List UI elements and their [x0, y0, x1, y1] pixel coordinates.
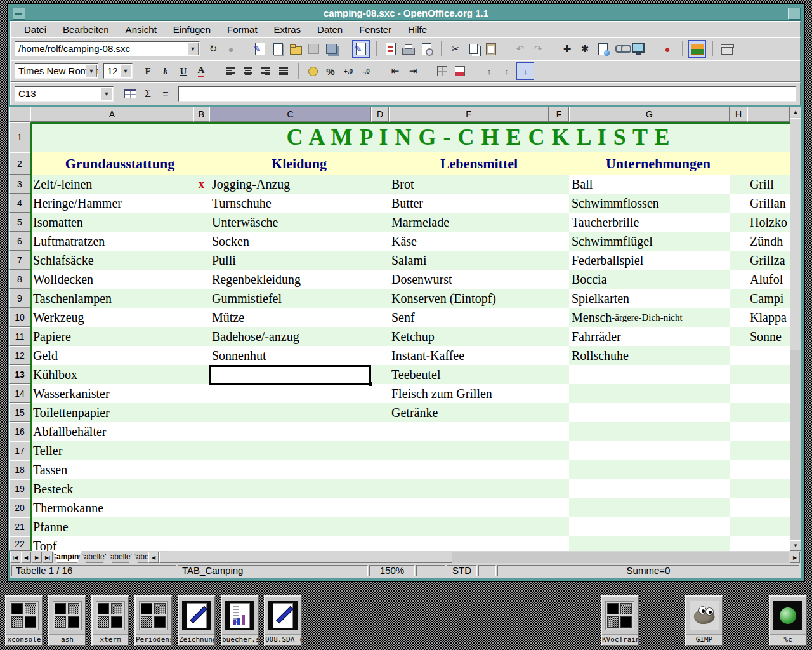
scroll-up-icon[interactable]: ▲ — [790, 107, 801, 117]
last-sheet-icon[interactable]: ▶| — [43, 552, 53, 563]
cell-A10[interactable]: Werkzeug — [30, 308, 193, 327]
cell-A6[interactable]: Luftmatratzen — [30, 232, 193, 251]
align-right-button[interactable] — [258, 63, 274, 79]
cell-E9[interactable]: Konserven (Eintopf) — [389, 289, 549, 308]
cell-D22[interactable] — [371, 536, 389, 551]
cell-F19[interactable] — [549, 479, 569, 498]
sheet-grid[interactable]: C A M P I N G - C H E C K L I S T EGrund… — [30, 122, 790, 551]
column-header-A[interactable]: A — [30, 107, 193, 122]
cell-F10[interactable] — [549, 308, 569, 327]
cell-C3[interactable]: Jogging-Anzug — [209, 175, 371, 194]
record-button[interactable]: ● — [659, 41, 676, 57]
menu-format[interactable]: Format — [219, 24, 266, 35]
cell-E17[interactable] — [389, 441, 549, 460]
cell-I21[interactable] — [747, 517, 790, 536]
vertical-scroll-thumb[interactable] — [790, 118, 801, 350]
cell-D14[interactable] — [371, 384, 389, 403]
desktop-icon-xconsole[interactable]: xconsole — [5, 595, 43, 646]
cell-G20[interactable] — [569, 498, 730, 517]
cell-D17[interactable] — [371, 441, 389, 460]
cell-B19[interactable] — [193, 479, 209, 498]
cell-I14[interactable] — [747, 384, 790, 403]
cell-E16[interactable] — [389, 422, 549, 441]
cell-H6[interactable] — [730, 232, 747, 251]
formula-input-line[interactable] — [178, 86, 796, 102]
cell-D15[interactable] — [371, 403, 389, 422]
cell-E22[interactable] — [389, 536, 549, 551]
cell-G8[interactable]: Boccia — [569, 270, 730, 289]
status-insert-mode[interactable]: STD — [447, 565, 477, 576]
cell-C14[interactable] — [209, 384, 371, 403]
cell-G13[interactable] — [569, 365, 730, 384]
cell-G18[interactable] — [569, 460, 730, 479]
cell-F16[interactable] — [549, 422, 569, 441]
stop-button[interactable]: ● — [223, 41, 239, 57]
cell-A21[interactable]: Pfanne — [30, 517, 193, 536]
column-header-G[interactable]: G — [569, 107, 730, 122]
cell-E10[interactable]: Senf — [389, 308, 549, 327]
cell-C20[interactable] — [209, 498, 371, 517]
cell-H18[interactable] — [730, 460, 747, 479]
align-left-button[interactable] — [222, 63, 239, 79]
cell-I10[interactable]: Klappa — [747, 308, 790, 327]
add-decimal-button[interactable]: +.0 — [340, 63, 357, 79]
cell-C16[interactable] — [209, 422, 371, 441]
cell-H21[interactable] — [730, 517, 747, 536]
cell-D12[interactable] — [371, 346, 389, 365]
cell-B9[interactable] — [193, 289, 209, 308]
column-header-H[interactable]: H — [730, 107, 747, 122]
cell-E5[interactable]: Marmelade — [389, 213, 549, 232]
cell-A22[interactable]: Topf — [30, 536, 193, 551]
row-header-14[interactable]: 14 — [9, 384, 30, 403]
cell-C18[interactable] — [209, 460, 371, 479]
cell-E4[interactable]: Butter — [389, 194, 549, 213]
cell-G15[interactable] — [569, 403, 730, 422]
cell-C5[interactable]: Unterwäsche — [209, 213, 371, 232]
menu-ansicht[interactable]: Ansicht — [117, 24, 165, 35]
scroll-down-icon[interactable]: ▼ — [790, 540, 801, 551]
function-button[interactable]: = — [157, 86, 174, 102]
image-frame-button[interactable] — [688, 40, 706, 58]
cell-G12[interactable]: Rollschuhe — [569, 346, 730, 365]
cell-D11[interactable] — [371, 327, 389, 346]
cell-F14[interactable] — [549, 384, 569, 403]
cell-A12[interactable]: Geld — [30, 346, 193, 365]
column-header-partial[interactable] — [747, 107, 790, 122]
reload-button[interactable]: ↻ — [205, 41, 221, 57]
row-header-10[interactable]: 10 — [9, 308, 30, 327]
cell-G5[interactable]: Taucherbrille — [569, 213, 730, 232]
cell-F17[interactable] — [549, 441, 569, 460]
row-header-3[interactable]: 3 — [9, 175, 30, 194]
cell-H10[interactable] — [730, 308, 747, 327]
cut-button[interactable]: ✂ — [447, 41, 464, 57]
increase-indent-button[interactable]: ⇥ — [405, 63, 421, 79]
font-size-combobox[interactable]: 12 ▼ — [103, 63, 133, 79]
cell-I17[interactable] — [747, 441, 790, 460]
cell-H14[interactable] — [730, 384, 747, 403]
cell-A8[interactable]: Wolldecken — [30, 270, 193, 289]
cell-F9[interactable] — [549, 289, 569, 308]
cell-B18[interactable] — [193, 460, 209, 479]
cell-B22[interactable] — [193, 536, 209, 551]
desktop-icon-gimp[interactable]: GIMP — [685, 595, 723, 646]
screen-button[interactable] — [630, 41, 646, 57]
cell-F6[interactable] — [549, 232, 569, 251]
sum-button[interactable]: Σ — [140, 86, 156, 102]
column-header-E[interactable]: E — [389, 107, 549, 122]
cell-E19[interactable] — [389, 479, 549, 498]
cell-A13[interactable]: Kühlbox — [30, 365, 193, 384]
cell-E13[interactable]: Teebeutel — [389, 365, 549, 384]
align-bottom-button[interactable]: ↓ — [516, 62, 534, 80]
desktop-icon-periodensy[interactable]: Periodensy — [134, 595, 173, 646]
menu-datei[interactable]: Datei — [16, 24, 55, 35]
cell-D13[interactable] — [371, 365, 389, 384]
cell-F4[interactable] — [549, 194, 569, 213]
justify-button[interactable] — [275, 63, 292, 79]
insert-objects-button[interactable] — [594, 41, 611, 57]
cell-I15[interactable] — [747, 403, 790, 422]
row-header-13[interactable]: 13 — [9, 365, 30, 384]
window-maximize-button[interactable] — [788, 8, 801, 20]
cell-H3[interactable] — [730, 175, 747, 194]
cell-B8[interactable] — [193, 270, 209, 289]
cell-B16[interactable] — [193, 422, 209, 441]
